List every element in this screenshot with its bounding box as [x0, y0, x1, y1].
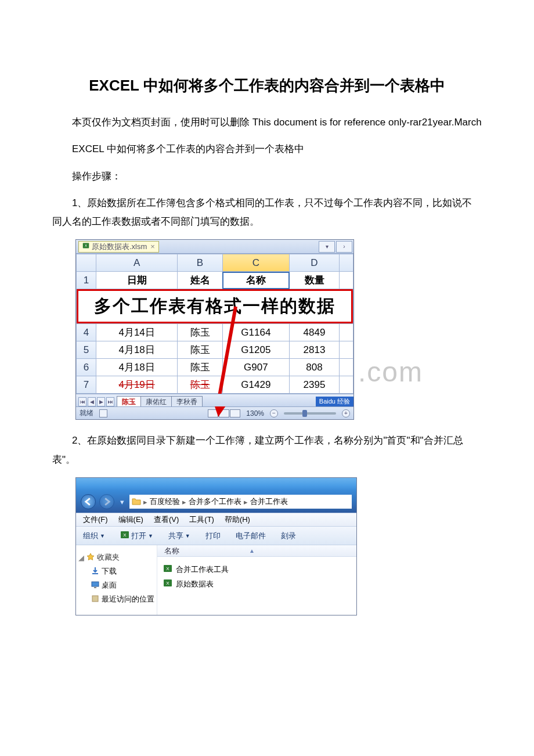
tree-collapse-icon[interactable]: ◢	[78, 553, 84, 562]
recent-icon	[91, 595, 99, 604]
sheet-nav-next-icon[interactable]: ▶	[97, 397, 105, 406]
cell-A7[interactable]: 4月19日	[96, 376, 178, 394]
macro-record-icon[interactable]	[99, 409, 107, 417]
explorer-address-bar: ▾ ▸ 百度经验 ▸ 合并多个工作表 ▸ 合并工作表	[76, 491, 356, 513]
cell-E7[interactable]	[340, 376, 353, 394]
tabbar-dropdown-icon[interactable]: ▾	[319, 241, 335, 253]
sheet-nav-last-icon[interactable]: ⏭	[106, 397, 114, 406]
sheet-tab-1[interactable]: 陈玉	[117, 396, 141, 406]
cell-E1[interactable]	[340, 272, 353, 289]
toolbar-burn[interactable]: 刻录	[281, 531, 296, 541]
menu-edit[interactable]: 编辑(E)	[118, 514, 143, 525]
menu-tools[interactable]: 工具(T)	[189, 514, 214, 525]
toolbar-print[interactable]: 打印	[205, 531, 221, 541]
explorer-sidebar: ◢ 收藏夹 下载 桌面	[76, 545, 157, 615]
status-ready: 就绪	[80, 408, 93, 418]
toolbar-organize[interactable]: 组织▼	[83, 531, 105, 541]
cell-C7[interactable]: G1429	[222, 376, 289, 394]
menu-view[interactable]: 查看(V)	[154, 514, 179, 525]
row-5-head[interactable]: 5	[77, 341, 96, 359]
menu-file[interactable]: 文件(F)	[83, 514, 108, 525]
zoom-value: 130%	[246, 409, 264, 417]
col-A[interactable]: A	[96, 254, 178, 272]
row-4-head[interactable]: 4	[77, 324, 96, 341]
toolbar-email[interactable]: 电子邮件	[236, 531, 266, 541]
cell-A1[interactable]: 日期	[96, 272, 178, 289]
explorer-titlebar	[76, 478, 356, 491]
cell-C5[interactable]: G1205	[222, 341, 289, 359]
nav-history-dropdown-icon[interactable]: ▾	[118, 496, 126, 507]
workbook-tab-bar: X 原始数据表.xlsm × ▾ ›	[76, 240, 353, 254]
sheet-nav-prev-icon[interactable]: ◀	[88, 397, 96, 406]
cell-B5[interactable]: 陈玉	[178, 341, 222, 359]
zoom-slider[interactable]	[284, 412, 336, 415]
cell-B6[interactable]: 陈玉	[178, 359, 222, 376]
menu-help[interactable]: 帮助(H)	[225, 514, 250, 525]
nav-forward-button[interactable]	[99, 494, 114, 509]
star-icon	[86, 553, 95, 563]
cell-A4[interactable]: 4月14日	[96, 324, 178, 341]
cell-D6[interactable]: 808	[290, 359, 340, 376]
sidebar-recent[interactable]: 最近访问的位置	[78, 594, 154, 604]
sheet-nav-first-icon[interactable]: ⏮	[78, 397, 86, 406]
col-extra[interactable]	[340, 254, 353, 272]
breadcrumb-sep-icon: ▸	[143, 498, 147, 506]
col-D[interactable]: D	[290, 254, 340, 272]
cell-E4[interactable]	[340, 324, 353, 341]
file-item[interactable]: X 原始数据表	[163, 578, 351, 589]
column-header-name[interactable]: 名称 ▲	[157, 545, 356, 557]
close-tab-icon[interactable]: ×	[150, 242, 155, 251]
cell-D4[interactable]: 4849	[290, 324, 340, 341]
sidebar-downloads[interactable]: 下载	[78, 566, 154, 577]
file-name: 原始数据表	[176, 579, 214, 589]
cell-B4[interactable]: 陈玉	[178, 324, 222, 341]
file-item[interactable]: X 合并工作表工具	[163, 564, 351, 575]
excel-grid: A B C D 1 日期 姓名 名称 数量 多个工作表有格式一样的数据 4 4月…	[76, 254, 353, 394]
cell-C6[interactable]: G907	[222, 359, 289, 376]
row-7-head[interactable]: 7	[77, 376, 96, 394]
cell-D7[interactable]: 2395	[290, 376, 340, 394]
nav-back-button[interactable]	[81, 494, 96, 509]
cell-C4[interactable]: G1164	[222, 324, 289, 341]
cell-D5[interactable]: 2813	[290, 341, 340, 359]
heading-2: EXCEL 中如何将多个工作表的内容合并到一个表格中	[52, 140, 482, 159]
col-B[interactable]: B	[178, 254, 222, 272]
chevron-down-icon: ▼	[100, 533, 105, 539]
sheet-tab-3[interactable]: 李秋香	[171, 396, 203, 406]
excel-file-icon: X	[163, 564, 172, 575]
cell-B1[interactable]: 姓名	[178, 272, 222, 289]
breadcrumb-1[interactable]: 百度经验	[150, 496, 180, 507]
row-1-head[interactable]: 1	[77, 272, 96, 289]
svg-rect-6	[92, 596, 98, 602]
excel-file-icon: X	[163, 578, 172, 589]
cell-A6[interactable]: 4月18日	[96, 359, 178, 376]
sidebar-recent-label: 最近访问的位置	[102, 594, 154, 604]
desktop-icon	[91, 581, 99, 591]
breadcrumb[interactable]: ▸ 百度经验 ▸ 合并多个工作表 ▸ 合并工作表	[129, 495, 352, 509]
cell-E6[interactable]	[340, 359, 353, 376]
row-6-head[interactable]: 6	[77, 359, 96, 376]
select-all-corner[interactable]	[77, 254, 96, 272]
folder-icon	[132, 497, 141, 507]
cell-B7[interactable]: 陈玉	[178, 376, 222, 394]
sheet-tab-2[interactable]: 康佑红	[140, 396, 172, 406]
svg-rect-5	[94, 587, 96, 588]
view-break-icon[interactable]	[230, 409, 240, 417]
view-normal-icon[interactable]	[208, 409, 218, 417]
cell-C1[interactable]: 名称	[222, 272, 289, 289]
breadcrumb-3[interactable]: 合并工作表	[250, 496, 288, 507]
toolbar-share[interactable]: 共享▼	[168, 531, 190, 541]
cell-A5[interactable]: 4月18日	[96, 341, 178, 359]
cell-E5[interactable]	[340, 341, 353, 359]
cell-D1[interactable]: 数量	[290, 272, 340, 289]
col-C[interactable]: C	[222, 254, 289, 272]
view-layout-icon[interactable]	[219, 409, 229, 417]
workbook-tab[interactable]: X 原始数据表.xlsm ×	[78, 241, 159, 253]
zoom-in-icon[interactable]: +	[342, 409, 350, 417]
sidebar-favorites[interactable]: ◢ 收藏夹	[78, 552, 154, 563]
toolbar-open[interactable]: X 打开▼	[120, 530, 153, 541]
sidebar-desktop[interactable]: 桌面	[78, 580, 154, 591]
breadcrumb-2[interactable]: 合并多个工作表	[189, 496, 241, 507]
tabbar-expand-icon[interactable]: ›	[336, 241, 352, 253]
zoom-out-icon[interactable]: −	[270, 409, 278, 417]
